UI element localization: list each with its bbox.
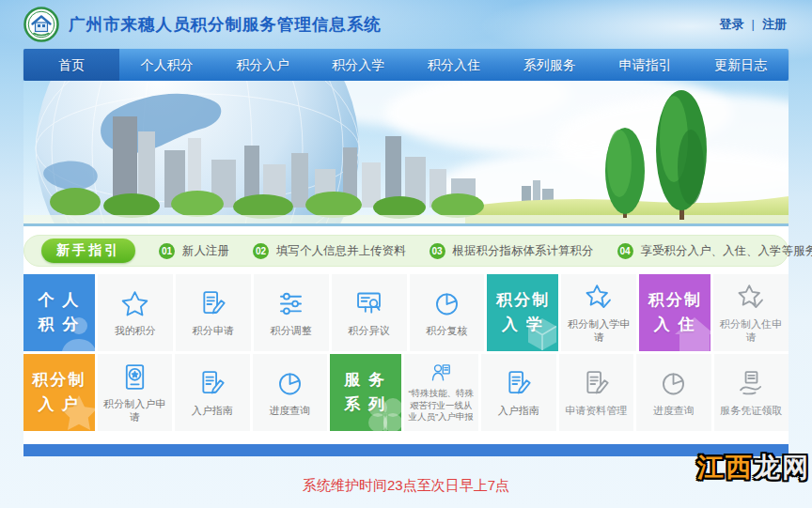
- tile-label-line1: 积分制: [496, 288, 550, 313]
- service-cell-points-application[interactable]: 积分申请: [176, 274, 251, 351]
- watermark-part1: 江西: [697, 453, 754, 482]
- cell-label: 进度查询: [653, 405, 695, 417]
- nav-tab-series-services[interactable]: 系列服务: [502, 49, 598, 81]
- newbie-guide-bar: 新手指引 01 新人注册 02 填写个人信息并上传资料 03 根据积分指标体系计…: [23, 235, 789, 267]
- step-label: 享受积分入户、入住、入学等服务: [641, 243, 812, 259]
- login-link[interactable]: 登录: [720, 17, 744, 31]
- auth-links: 登录|注册: [720, 16, 787, 33]
- cell-label: 申请资料管理: [565, 405, 627, 417]
- person-doc-icon: [429, 362, 453, 385]
- cell-label: 服务凭证领取: [720, 405, 782, 417]
- cell-label: 积分制入学申请: [563, 318, 634, 343]
- pie-icon: [431, 288, 462, 319]
- tile-label-line1: 个 人: [39, 288, 81, 313]
- step-number-badge: 01: [159, 243, 175, 259]
- service-cell-progress-query-2[interactable]: 进度查询: [636, 354, 711, 431]
- step-label: 新人注册: [182, 243, 229, 259]
- step-label: 根据积分指标体系计算积分: [453, 243, 594, 259]
- cell-label: 积分制入住申请: [715, 318, 787, 343]
- hand-doc-icon: [736, 368, 767, 399]
- service-cell-points-adjustment[interactable]: 积分调整: [254, 274, 329, 351]
- doc-edit-icon: [197, 288, 228, 319]
- tile-label-line1: 积分制: [32, 368, 86, 393]
- cell-label: 进度查询: [269, 405, 310, 417]
- service-cell-school-application[interactable]: 积分制入学申请: [561, 274, 636, 351]
- service-cell-my-points[interactable]: 我的积分: [98, 274, 173, 351]
- maintenance-notice: 系统维护时间23点至次日早上7点: [23, 477, 789, 495]
- service-cell-household-guide-2[interactable]: 入户指南: [481, 354, 556, 431]
- cell-label: 积分调整: [271, 325, 312, 337]
- content-panel: 新手指引 01 新人注册 02 填写个人信息并上传资料 03 根据积分指标体系计…: [23, 226, 789, 444]
- tile-label-line1: 积分制: [648, 288, 702, 313]
- nav-tab-points-household[interactable]: 积分入户: [215, 49, 311, 81]
- cell-label: 积分申请: [193, 325, 234, 337]
- watermark: 江西龙网: [697, 452, 810, 484]
- cell-label: 积分复核: [426, 325, 467, 337]
- guide-step-3: 03 根据积分指标体系计算积分: [429, 243, 594, 259]
- guide-step-1: 01 新人注册: [159, 243, 229, 259]
- star-check-icon: [584, 282, 615, 313]
- cell-label: “特殊技能、特殊艰苦行业一线从业人员”入户申报: [406, 388, 477, 423]
- tile-label-line2: 系 列: [344, 393, 386, 417]
- tile-personal-points[interactable]: 个 人积 分: [23, 274, 95, 351]
- doc-edit-icon: [581, 368, 612, 399]
- guide-step-2: 02 填写个人信息并上传资料: [253, 243, 406, 259]
- cell-label: 入户指南: [192, 405, 233, 417]
- cell-label: 积分异议: [349, 325, 390, 337]
- nav-tab-changelog[interactable]: 更新日志: [693, 49, 789, 81]
- tile-residence[interactable]: 积分制入 住: [639, 274, 710, 351]
- tile-household[interactable]: 积分制入 户: [23, 354, 95, 431]
- nav-tab-home[interactable]: 首页: [23, 49, 119, 81]
- board-search-icon: [353, 288, 384, 319]
- service-cell-points-objection[interactable]: 积分异议: [332, 274, 407, 351]
- page-title: 广州市来穗人员积分制服务管理信息系统: [69, 13, 382, 36]
- tile-label-line2: 入 学: [502, 313, 544, 337]
- step-number-badge: 03: [429, 243, 445, 259]
- service-grid-row-2: 积分制入 户积分制入户申请入户指南进度查询服 务系 列“特殊技能、特殊艰苦行业一…: [23, 354, 789, 431]
- nav-tab-points-residence[interactable]: 积分入住: [406, 49, 502, 81]
- nav-tab-points-school[interactable]: 积分入学: [310, 49, 406, 81]
- step-label: 填写个人信息并上传资料: [276, 243, 406, 259]
- pie-icon: [658, 368, 689, 399]
- service-cell-progress-query[interactable]: 进度查询: [253, 354, 328, 431]
- banner-image: [23, 81, 789, 226]
- service-grid: 个 人积 分我的积分积分申请积分调整积分异议积分复核积分制入 学积分制入学申请积…: [23, 274, 789, 431]
- tile-label-line1: 服 务: [344, 368, 386, 393]
- cell-label: 我的积分: [115, 325, 156, 337]
- service-cell-household-guide[interactable]: 入户指南: [175, 354, 250, 431]
- doc-edit-icon: [196, 368, 227, 399]
- main-nav: 首页 个人积分 积分入户 积分入学 积分入住 系列服务 申请指引 更新日志: [23, 49, 789, 81]
- step-number-badge: 04: [617, 243, 633, 259]
- service-cell-residence-application[interactable]: 积分制入住申请: [713, 274, 789, 351]
- service-cell-service-voucher[interactable]: 服务凭证领取: [714, 354, 789, 431]
- tile-school-enrollment[interactable]: 积分制入 学: [487, 274, 558, 351]
- star-check-icon: [736, 282, 767, 313]
- footer-divider-bar: [23, 444, 789, 456]
- tile-label-line2: 入 户: [38, 393, 80, 417]
- step-number-badge: 02: [253, 243, 269, 259]
- service-cell-points-review[interactable]: 积分复核: [410, 274, 485, 351]
- id-star-icon: [119, 362, 150, 393]
- site-logo-icon: [23, 7, 59, 42]
- star-icon: [119, 288, 150, 319]
- watermark-part2: 龙网: [754, 453, 810, 482]
- service-grid-row-1: 个 人积 分我的积分积分申请积分调整积分异议积分复核积分制入 学积分制入学申请积…: [23, 274, 789, 351]
- nav-tab-application-guide[interactable]: 申请指引: [598, 49, 694, 81]
- service-cell-application-materials[interactable]: 申请资料管理: [559, 354, 634, 431]
- pie-icon: [274, 368, 305, 399]
- tile-label-line2: 入 住: [654, 313, 696, 337]
- cell-label: 积分制入户申请: [100, 398, 171, 423]
- newbie-guide-label: 新手指引: [41, 239, 135, 263]
- service-cell-special-workers-declare[interactable]: “特殊技能、特殊艰苦行业一线从业人员”入户申报: [404, 354, 479, 431]
- register-link[interactable]: 注册: [762, 17, 787, 31]
- service-cell-household-application[interactable]: 积分制入户申请: [98, 354, 173, 431]
- tile-label-line2: 积 分: [39, 313, 81, 337]
- page-header: 广州市来穗人员积分制服务管理信息系统 登录|注册: [23, 0, 789, 49]
- nav-tab-personal-points[interactable]: 个人积分: [119, 49, 215, 81]
- sliders-icon: [275, 288, 306, 319]
- doc-edit-icon: [503, 368, 534, 399]
- cell-label: 入户指南: [498, 405, 539, 417]
- tile-service-series[interactable]: 服 务系 列: [330, 354, 401, 431]
- auth-divider: |: [752, 17, 755, 31]
- guide-step-4: 04 享受积分入户、入住、入学等服务: [617, 243, 812, 259]
